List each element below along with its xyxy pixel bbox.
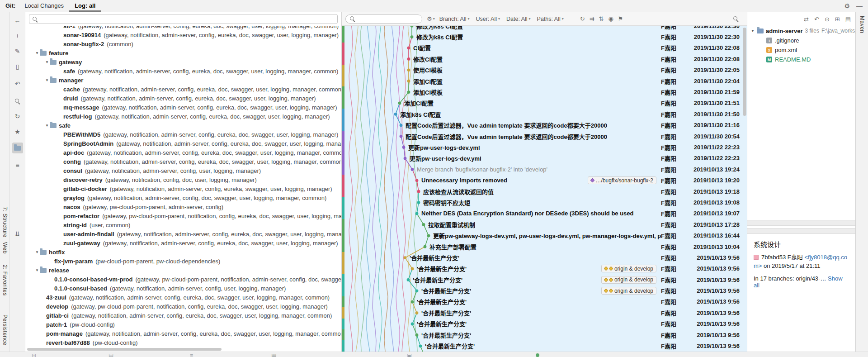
scroll-down-icon[interactable]: ⇊ bbox=[12, 228, 23, 239]
branch-row[interactable]: ▼manager bbox=[25, 76, 341, 85]
paint-icon[interactable]: ✎ bbox=[12, 46, 23, 57]
branch-row[interactable]: user-admin-findall(gateway, notification… bbox=[25, 229, 341, 238]
commit-row[interactable]: 补充生产部署配置F嘉阳2019/10/13 10:04 bbox=[342, 241, 747, 252]
commit-row[interactable]: 配置Code后置过滤器，Vue admin template 要求返回的code… bbox=[342, 131, 747, 142]
commit-row[interactable]: 添加CI配置F嘉阳2019/11/30 21:51 bbox=[342, 98, 747, 109]
branch-row[interactable]: graylog(gateway, notification, admin-ser… bbox=[25, 193, 341, 202]
branch-row[interactable]: consul(gateway, notification, admin-serv… bbox=[25, 166, 341, 175]
commit-row[interactable]: 密码密钥不应太短F嘉阳2019/10/13 19:08 bbox=[342, 197, 747, 208]
commit-row[interactable]: Merge branch 'bugfix/sonar-bugfix-2' int… bbox=[342, 164, 747, 175]
changed-files-root-row[interactable]: ▼ admin-server 3 files F:\java_worksp… bbox=[747, 26, 855, 36]
branch-row[interactable]: gitlab-ci(gateway, notification, admin-s… bbox=[25, 311, 341, 320]
flag-icon[interactable]: ⚑ bbox=[618, 15, 623, 22]
changed-file-row[interactable]: i.gitignore bbox=[747, 36, 855, 45]
branch-row[interactable]: sonar-bugfix-2(common) bbox=[25, 39, 341, 48]
chevron-expanded-icon[interactable]: ▼ bbox=[34, 250, 40, 254]
refresh-icon[interactable]: ↻ bbox=[580, 15, 585, 22]
commit-row[interactable]: '合并最新生产分支'F嘉阳2019/10/13 9:56 bbox=[342, 296, 747, 307]
commit-row[interactable]: '合并最新生产分支'F嘉阳2019/10/13 9:56 bbox=[342, 252, 747, 263]
branch-row[interactable]: 43-zuul(gateway, notification, admin-ser… bbox=[25, 293, 341, 302]
chevron-expanded-icon[interactable]: ▼ bbox=[44, 78, 50, 82]
branch-row[interactable]: api-doc(gateway, notification, admin-ser… bbox=[25, 148, 341, 157]
commit-row[interactable]: 修改CI配置F嘉阳2019/11/30 22:08 bbox=[342, 53, 747, 64]
refresh-icon[interactable]: ↻ bbox=[12, 111, 23, 122]
branch-row[interactable]: 0.1.0-consul-based(gateway, notification… bbox=[25, 284, 341, 293]
branch-row[interactable]: cache(gateway, notification, admin-serve… bbox=[25, 85, 341, 94]
tab-local-changes[interactable]: Local Changes bbox=[19, 0, 69, 12]
commit-row[interactable]: Neither DES (Data Encryption Standard) n… bbox=[342, 208, 747, 219]
commit-row[interactable]: '合并最新生产分支'F嘉阳2019/10/13 9:56 bbox=[342, 307, 747, 318]
log-settings-button[interactable]: ⚙▾ bbox=[427, 15, 435, 22]
branch-ref-chip[interactable]: origin & develop bbox=[601, 276, 656, 284]
branch-row[interactable]: ▼release bbox=[25, 266, 341, 275]
branch-ref-chip[interactable]: …/bugfix/sonar-bugfix-2 bbox=[588, 176, 656, 184]
tab-log-all[interactable]: Log: all bbox=[69, 0, 101, 12]
layout-icon[interactable]: ▤ bbox=[845, 16, 851, 23]
settings-icon[interactable]: ⚙ bbox=[844, 2, 850, 10]
commit-row[interactable]: 更新pw-gateway-logs-dev.yml, pw-user-logs-… bbox=[342, 230, 747, 241]
commit-row[interactable]: 使用CI模板F嘉阳2019/11/30 22:05 bbox=[342, 65, 747, 76]
branch-row[interactable]: zuul-gateway(gateway, notification, admi… bbox=[25, 238, 341, 248]
branch-row[interactable]: PBEWithMD5(gateway, notification, admin-… bbox=[25, 130, 341, 139]
commit-row[interactable]: 添加k8s CI配置F嘉阳2019/11/30 21:50 bbox=[342, 109, 747, 119]
branches-search-field[interactable] bbox=[29, 14, 338, 24]
back-icon[interactable]: ← bbox=[12, 15, 23, 26]
tool-window-button-7-structure[interactable]: 7: Structure bbox=[2, 207, 8, 238]
commit-row[interactable]: '合并最新生产分支'F嘉阳2019/10/13 9:56 bbox=[342, 340, 747, 351]
find-icon[interactable] bbox=[12, 95, 23, 106]
branch-row[interactable]: pom-manage(gateway, notification, admin-… bbox=[25, 329, 341, 338]
branch-row[interactable]: ▼feature bbox=[25, 48, 341, 57]
commit-row[interactable]: Unnecessary imports removed…/bugfix/sona… bbox=[342, 175, 747, 186]
commit-row[interactable]: 添加CI配置F嘉阳2019/11/30 22:04 bbox=[342, 76, 747, 86]
rollback-icon[interactable]: ↶ bbox=[814, 16, 819, 23]
tool-window-button-web[interactable]: Web bbox=[2, 242, 8, 254]
branch-ref-chip[interactable]: origin & develop bbox=[601, 287, 656, 295]
branch-row[interactable]: ▼safe bbox=[25, 121, 341, 130]
branches-search-input[interactable] bbox=[41, 16, 335, 23]
branch-row[interactable]: fix-jvm-param(pw-cloud-pom-parent, pw-cl… bbox=[25, 257, 341, 266]
chevron-expanded-icon[interactable]: ▼ bbox=[34, 268, 40, 272]
changed-file-row[interactable]: MREADME.MD bbox=[747, 55, 855, 64]
delete-icon[interactable]: ▯ bbox=[12, 61, 23, 72]
sort-icon[interactable]: ⇅ bbox=[599, 15, 604, 22]
chevron-down-icon[interactable]: ▼ bbox=[751, 29, 755, 33]
branch-row[interactable]: sit-1(gateway, notification, admin-serve… bbox=[25, 26, 341, 30]
commit-row[interactable]: 修改为k8s CI配置F嘉阳2019/11/30 22:30 bbox=[342, 31, 747, 42]
commit-row[interactable]: 更新pw-user-logs-dev.ymlF嘉阳2019/11/22 22:2… bbox=[342, 142, 747, 152]
find-in-log-icon[interactable] bbox=[733, 16, 739, 22]
commit-row[interactable]: '合并最新生产分支'origin & developF嘉阳2019/10/13 … bbox=[342, 285, 747, 296]
commit-row[interactable]: '合并最新生产分支'origin & developF嘉阳2019/10/13 … bbox=[342, 263, 747, 274]
preview-icon[interactable]: ◉ bbox=[608, 15, 613, 22]
details-icon[interactable]: ≡ bbox=[12, 160, 23, 171]
hide-icon[interactable]: — bbox=[856, 2, 863, 10]
branch-row[interactable]: patch-1(pw-cloud-config) bbox=[25, 320, 341, 329]
branch-row[interactable]: revert-baf67d88(pw-cloud-config) bbox=[25, 338, 341, 347]
hscrollbar-thumb[interactable] bbox=[27, 348, 222, 351]
commit-hash[interactable]: 7bfabd53 bbox=[761, 254, 786, 261]
intellisort-icon[interactable]: ⇉ bbox=[590, 15, 594, 22]
branch-row[interactable]: ▼gateway bbox=[25, 57, 341, 67]
tool-window-button-2-favorites[interactable]: 2: Favorites bbox=[2, 265, 8, 296]
chevron-expanded-icon[interactable]: ▼ bbox=[44, 60, 50, 64]
chevron-expanded-icon[interactable]: ▼ bbox=[44, 124, 50, 128]
branch-row[interactable]: safe(gateway, notification, admin-server… bbox=[25, 67, 341, 76]
filter-paths[interactable]: Paths: All▾ bbox=[537, 16, 564, 22]
commit-row[interactable]: '合并最新生产分支'F嘉阳2019/10/13 9:56 bbox=[342, 319, 747, 329]
branch-row[interactable]: sonar-190914(gateway, notification, admi… bbox=[25, 30, 341, 39]
branch-row[interactable]: mq-message(gateway, notification, admin-… bbox=[25, 103, 341, 112]
branch-row[interactable]: ▼hotfix bbox=[25, 248, 341, 257]
history-icon[interactable]: ⊙ bbox=[825, 16, 830, 23]
filter-user[interactable]: User: All▾ bbox=[476, 16, 500, 22]
commit-row[interactable]: 修改为k8s CI配置F嘉阳2019/11/30 22:30 bbox=[342, 26, 747, 31]
log-search-field[interactable] bbox=[345, 14, 422, 24]
branch-row[interactable]: develop(gateway, pw-cloud-pom-parent, no… bbox=[25, 302, 341, 311]
branch-row[interactable]: druid(gateway, notification, admin-serve… bbox=[25, 94, 341, 103]
branch-row[interactable]: pom-refactor(gateway, pw-cloud-pom-paren… bbox=[25, 211, 341, 220]
changed-file-row[interactable]: xpom.xml bbox=[747, 45, 855, 55]
commit-row[interactable]: 应该检查从流读取返回的值F嘉阳2019/10/13 19:18 bbox=[342, 186, 747, 197]
branch-row[interactable]: config(gateway, notification, admin-serv… bbox=[25, 157, 341, 166]
commit-row[interactable]: '合并最新生产分支'origin & developF嘉阳2019/10/13 … bbox=[342, 274, 747, 285]
commit-row[interactable]: '合并最新生产分支'F嘉阳2019/10/13 9:56 bbox=[342, 329, 747, 340]
commit-row[interactable]: CI配置F嘉阳2019/11/30 22:08 bbox=[342, 43, 747, 53]
commit-row[interactable]: 拉取配置重试机制F嘉阳2019/10/13 17:28 bbox=[342, 219, 747, 230]
